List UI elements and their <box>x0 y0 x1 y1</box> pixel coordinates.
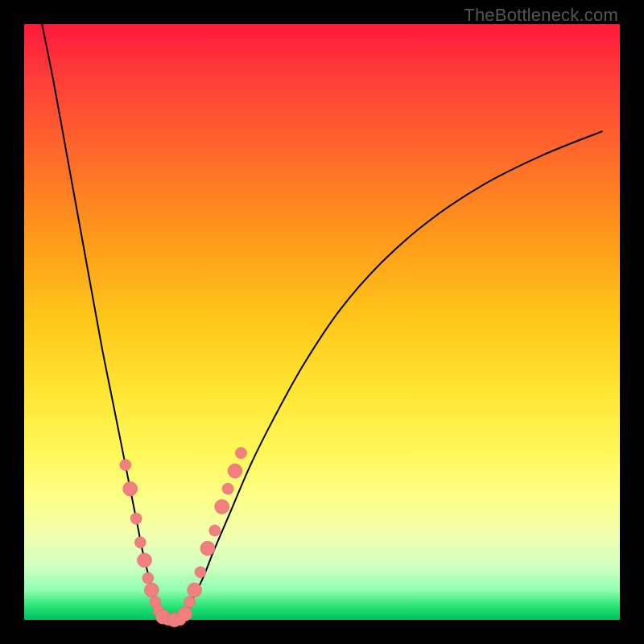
left-curve <box>42 24 167 620</box>
data-dot <box>134 537 146 548</box>
chart-frame: TheBottleneck.com <box>0 0 644 644</box>
watermark-text: TheBottleneck.com <box>464 5 618 26</box>
data-dot <box>184 597 196 608</box>
data-dot <box>215 499 229 514</box>
data-dot <box>195 567 206 578</box>
plot-area <box>24 24 620 620</box>
data-dot <box>178 607 192 621</box>
curves-svg <box>24 24 620 620</box>
data-dot <box>228 464 242 478</box>
data-dot <box>142 572 154 584</box>
data-dot <box>200 541 215 555</box>
right-curve <box>179 131 601 620</box>
data-dot <box>209 525 221 536</box>
data-dot <box>123 481 138 496</box>
data-dot <box>188 583 202 597</box>
data-dots <box>120 448 247 627</box>
data-dot <box>235 448 246 459</box>
data-dot <box>222 483 233 494</box>
data-dot <box>130 513 142 524</box>
data-dot <box>138 553 152 568</box>
data-dot <box>120 460 131 471</box>
data-dot <box>144 583 159 597</box>
